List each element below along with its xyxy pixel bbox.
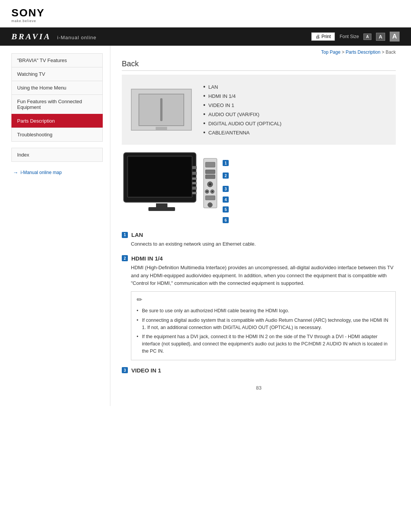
section-lan-title: 1 LAN xyxy=(122,232,396,238)
bravia-bar-left: BRAVIA i-Manual online xyxy=(11,32,96,42)
port-badge-2: 2 xyxy=(223,173,229,179)
note-icon: ✏ xyxy=(137,296,390,304)
port-num-3: 3 xyxy=(223,185,230,193)
section-lan: 1 LAN Connects to an existing network us… xyxy=(122,232,396,248)
svg-rect-10 xyxy=(192,192,197,194)
port-badge-3: 3 xyxy=(223,186,229,192)
features-list: LAN HDMI IN 1/4 VIDEO IN 1 AUDIO OUT (VA… xyxy=(203,82,282,137)
svg-rect-7 xyxy=(192,177,197,180)
sony-logo: SONY make.believe xyxy=(11,7,45,23)
breadcrumb-separator1: > xyxy=(342,50,346,55)
sidebar-item-fun-features[interactable]: Fun Features with Connected Equipment xyxy=(11,94,103,114)
print-button[interactable]: 🖨 Print xyxy=(311,32,335,41)
svg-point-20 xyxy=(212,191,213,192)
port-num-1: 1 xyxy=(223,159,230,167)
section-lan-label: LAN xyxy=(131,232,143,238)
sidebar: "BRAVIA" TV Features Watching TV Using t… xyxy=(0,46,110,406)
feature-video: VIDEO IN 1 xyxy=(203,101,282,110)
note-item-2: If connecting a digital audio system tha… xyxy=(137,316,390,332)
feature-lan: LAN xyxy=(203,82,282,91)
print-label: Print xyxy=(322,34,331,39)
section-lan-badge: 1 xyxy=(122,232,128,238)
font-size-medium-button[interactable]: A xyxy=(376,33,385,41)
breadcrumb: Top Page > Parts Description > Back xyxy=(122,50,396,55)
feature-cable: CABLE/ANTENNA xyxy=(203,128,282,137)
font-size-small-button[interactable]: A xyxy=(363,34,371,40)
sony-logo-text: SONY xyxy=(11,7,45,19)
port-num-4: 4 xyxy=(223,196,230,203)
ports-column-svg xyxy=(202,151,223,214)
note-list: Be sure to use only an authorized HDMI c… xyxy=(137,306,390,356)
port-badge-6: 6 xyxy=(223,217,229,223)
feature-digital-audio: DIGITAL AUDIO OUT (OPTICAL) xyxy=(203,119,282,128)
bravia-title: BRAVIA xyxy=(11,32,51,42)
section-hdmi: 2 HDMI IN 1/4 HDMI (High-Definition Mult… xyxy=(122,255,396,360)
sidebar-item-bravia-features[interactable]: "BRAVIA" TV Features xyxy=(11,53,103,67)
svg-point-23 xyxy=(209,204,211,206)
svg-rect-6 xyxy=(192,172,197,175)
top-header: SONY make.believe xyxy=(0,0,411,27)
tv-body-svg xyxy=(122,151,202,214)
font-size-label: Font Size xyxy=(339,34,359,39)
svg-rect-5 xyxy=(192,166,197,169)
page-title: Back xyxy=(122,59,396,71)
tv-back-diagram-placeholder xyxy=(131,89,192,131)
note-box-hdmi: ✏ Be sure to use only an authorized HDMI… xyxy=(131,291,396,360)
diagram-top: LAN HDMI IN 1/4 VIDEO IN 1 AUDIO OUT (VA… xyxy=(122,75,396,145)
port-num-2: 2 xyxy=(223,170,230,181)
breadcrumb-current: Back xyxy=(386,50,396,55)
sidebar-map-link[interactable]: → i-Manual online map xyxy=(11,169,110,176)
section-video: 3 VIDEO IN 1 xyxy=(122,367,396,374)
map-link-arrow-icon: → xyxy=(13,169,18,176)
bravia-subtitle: i-Manual online xyxy=(57,35,96,40)
ports-column-wrapper: 1 2 3 4 5 6 xyxy=(202,151,230,224)
note-item-1: Be sure to use only an authorized HDMI c… xyxy=(137,306,390,316)
sidebar-item-index[interactable]: Index xyxy=(11,148,103,162)
content-area: Top Page > Parts Description > Back Back… xyxy=(110,46,411,406)
breadcrumb-top-page[interactable]: Top Page xyxy=(321,50,341,55)
section-video-title: 3 VIDEO IN 1 xyxy=(122,367,396,374)
sidebar-item-watching[interactable]: Watching TV xyxy=(11,67,103,81)
svg-point-18 xyxy=(206,191,208,192)
sidebar-map-link-label: i-Manual online map xyxy=(21,170,62,175)
sony-tagline: make.believe xyxy=(11,19,36,23)
port-badge-1: 1 xyxy=(223,160,229,166)
svg-rect-21 xyxy=(206,196,215,200)
svg-rect-4 xyxy=(129,157,191,196)
ports-diagram: 1 2 3 4 5 6 xyxy=(122,151,396,224)
svg-rect-14 xyxy=(206,175,215,179)
svg-rect-1 xyxy=(156,203,167,208)
port-num-6: 6 xyxy=(223,216,230,224)
print-icon: 🖨 xyxy=(315,34,320,39)
note-item-3: If the equipment has a DVI jack, connect… xyxy=(137,332,390,356)
page-number: 83 xyxy=(122,385,396,391)
section-video-label: VIDEO IN 1 xyxy=(131,367,161,374)
svg-rect-13 xyxy=(206,170,215,174)
main-layout: "BRAVIA" TV Features Watching TV Using t… xyxy=(0,46,411,406)
port-badge-4: 4 xyxy=(223,197,229,203)
bravia-bar: BRAVIA i-Manual online 🖨 Print Font Size… xyxy=(0,27,411,46)
sidebar-item-troubleshooting[interactable]: Troubleshooting xyxy=(11,128,103,142)
svg-rect-9 xyxy=(192,187,197,190)
svg-rect-8 xyxy=(192,182,197,184)
section-hdmi-title: 2 HDMI IN 1/4 xyxy=(122,255,396,262)
breadcrumb-separator2: > xyxy=(382,50,386,55)
section-hdmi-badge: 2 xyxy=(122,255,128,261)
port-numbers: 1 2 3 4 5 6 xyxy=(223,151,230,224)
section-hdmi-label: HDMI IN 1/4 xyxy=(131,255,163,262)
breadcrumb-parts-description[interactable]: Parts Description xyxy=(346,50,380,55)
port-badge-5: 5 xyxy=(223,206,229,212)
feature-audio-out: AUDIO OUT (VAR/FIX) xyxy=(203,110,282,119)
svg-point-16 xyxy=(209,183,211,185)
sidebar-item-home-menu[interactable]: Using the Home Menu xyxy=(11,81,103,94)
tv-stand xyxy=(156,127,167,130)
sidebar-item-parts-description[interactable]: Parts Description xyxy=(11,114,103,128)
section-lan-body: Connects to an existing network using an… xyxy=(131,240,396,248)
svg-rect-12 xyxy=(206,162,215,167)
port-num-5: 5 xyxy=(223,206,230,213)
feature-hdmi: HDMI IN 1/4 xyxy=(203,91,282,101)
bravia-bar-right: 🖨 Print Font Size A A A xyxy=(311,32,400,42)
font-size-large-button[interactable]: A xyxy=(390,32,400,42)
section-hdmi-body: HDMI (High-Definition Multimedia Interfa… xyxy=(131,264,396,288)
section-video-badge: 3 xyxy=(122,367,128,373)
